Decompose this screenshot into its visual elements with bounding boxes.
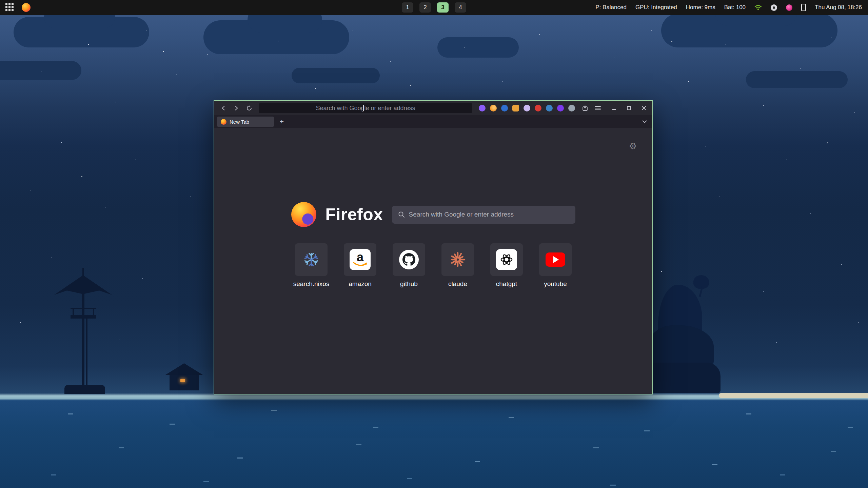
personalize-gear-icon[interactable]: ⚙ [629, 141, 637, 151]
minimize-button[interactable] [610, 104, 618, 113]
tab-bar: New Tab + [214, 115, 652, 128]
device-icon[interactable] [801, 4, 806, 11]
shore-strip [719, 393, 868, 398]
firefox-window: Search with Google or enter address [214, 100, 653, 394]
tile-label: chatgpt [496, 280, 517, 288]
workspace-3-active[interactable]: 3 [437, 2, 449, 13]
extension-violet-icon[interactable] [557, 105, 564, 111]
app-launcher-button[interactable] [5, 3, 14, 12]
extension-purple-icon[interactable] [479, 105, 486, 111]
battery-status: Bat: 100 [724, 4, 746, 11]
maximize-button[interactable] [625, 104, 633, 113]
tray-pink-icon[interactable] [786, 4, 792, 11]
new-tab-button[interactable]: + [277, 117, 287, 127]
shortcut-youtube[interactable]: youtube [539, 243, 572, 288]
tile-label: youtube [544, 280, 567, 288]
firefox-favicon [221, 119, 226, 125]
amazon-icon: a [350, 249, 371, 270]
save-page-icon[interactable] [580, 103, 590, 113]
extension-lavender-icon[interactable] [524, 105, 530, 111]
search-icon [398, 211, 405, 218]
list-all-tabs-chevron-icon[interactable] [639, 117, 650, 127]
cloud [746, 71, 848, 88]
cloud [292, 68, 380, 83]
top-bar: 1 2 3 4 P: Balanced GPU: Integrated Home… [0, 0, 868, 15]
address-bar[interactable]: Search with Google or enter address [259, 103, 472, 113]
workspace-4[interactable]: 4 [455, 2, 466, 13]
extension-orange-crescent-icon[interactable] [490, 105, 497, 111]
workspace-1[interactable]: 1 [402, 2, 413, 13]
cloud [661, 14, 837, 47]
watchtower-silhouette [51, 268, 139, 393]
clock: Thu Aug 08, 18:26 [815, 4, 862, 11]
cloud [0, 61, 81, 80]
tile-label: claude [448, 280, 467, 288]
newtab-hero: Firefox [214, 202, 652, 227]
shortcut-search-nixos[interactable]: search.nixos [295, 243, 328, 288]
claude-starburst-icon [449, 251, 466, 268]
forward-button[interactable] [231, 103, 241, 113]
firefox-dock-icon[interactable] [22, 3, 31, 12]
github-octocat-icon [399, 250, 419, 269]
chatgpt-knot-icon [496, 249, 517, 270]
tab-label: New Tab [230, 119, 249, 125]
rock-island-silhouette [643, 285, 721, 393]
reload-button[interactable] [244, 103, 254, 113]
menu-hamburger-icon[interactable] [593, 103, 603, 113]
newtab-search-bar[interactable] [392, 206, 575, 224]
nixos-snowflake-icon [303, 251, 319, 268]
hut-lamp [180, 379, 185, 382]
firefox-wordmark: Firefox [325, 205, 383, 224]
address-bar-placeholder: Search with Google or enter address [316, 105, 415, 112]
cloud [203, 20, 349, 54]
tile-label: github [400, 280, 418, 288]
text-caret [363, 105, 364, 111]
navigation-toolbar: Search with Google or enter address [214, 101, 652, 115]
extension-red-icon[interactable] [535, 105, 541, 111]
wifi-icon[interactable] [754, 4, 762, 11]
close-button[interactable] [639, 104, 648, 113]
workspace-switcher: 1 2 3 4 [402, 2, 466, 13]
power-profile-status: P: Balanced [595, 4, 627, 11]
newtab-page: ⚙ Firefox [214, 128, 652, 394]
tile-label: amazon [349, 280, 372, 288]
shortcut-github[interactable]: github [393, 243, 425, 288]
window-controls [606, 104, 648, 113]
extension-gray-icon[interactable] [568, 105, 575, 111]
newtab-search-input[interactable] [409, 211, 569, 218]
extension-toolbar [477, 105, 577, 111]
back-button[interactable] [218, 103, 229, 113]
shortcut-amazon[interactable]: a amazon [344, 243, 376, 288]
shortcut-chatgpt[interactable]: chatgpt [490, 243, 523, 288]
extension-orange-square-icon[interactable] [512, 105, 519, 111]
youtube-play-icon [546, 252, 565, 267]
cloud [14, 17, 149, 47]
firefox-logo [291, 202, 316, 227]
hut-silhouette [165, 363, 203, 390]
latency-status: Home: 9ms [686, 4, 715, 11]
extension-blue-shield-icon[interactable] [501, 105, 508, 111]
shortcut-tiles: search.nixos a amazon [214, 243, 652, 288]
workspace-2[interactable]: 2 [419, 2, 431, 13]
tile-label: search.nixos [293, 280, 330, 288]
shortcut-claude[interactable]: claude [441, 243, 474, 288]
tab-new-tab[interactable]: New Tab [217, 117, 274, 127]
cloud [437, 37, 519, 58]
extension-blue-icon[interactable] [546, 105, 553, 111]
gpu-status: GPU: Integrated [635, 4, 677, 11]
tray-circle-icon[interactable] [771, 4, 777, 11]
